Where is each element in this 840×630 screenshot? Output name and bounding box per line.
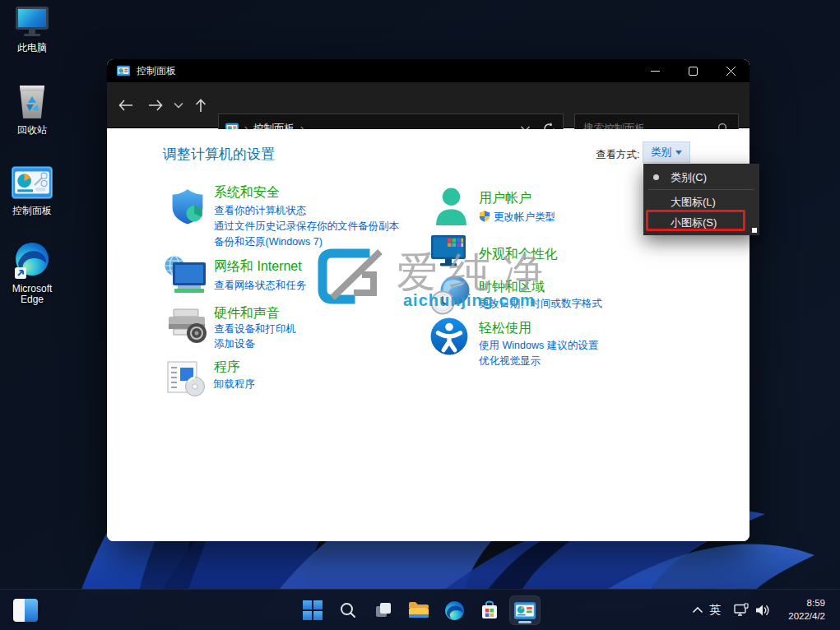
- view-by-label: 查看方式:: [596, 148, 639, 162]
- category-hardware-sound[interactable]: 硬件和声音: [214, 305, 280, 322]
- edge-icon: [444, 600, 465, 621]
- menu-item-category[interactable]: 类别(C): [643, 167, 759, 188]
- link-uninstall-program[interactable]: 卸载程序: [214, 378, 255, 391]
- recent-pages-chevron-icon[interactable]: [173, 101, 184, 109]
- widgets-icon: [13, 599, 25, 622]
- desktop-icon-label: Microsoft Edge: [2, 284, 63, 305]
- uac-shield-icon: [479, 210, 490, 225]
- view-by-value: 类别: [651, 146, 671, 160]
- desktop-icon-recycle-bin[interactable]: 回收站: [2, 86, 63, 136]
- system-security-icon[interactable]: [168, 187, 207, 229]
- link-suggested-settings[interactable]: 使用 Windows 建议的设置: [479, 339, 598, 353]
- desktop-icon-label: 回收站: [2, 125, 63, 136]
- user-accounts-icon[interactable]: [433, 187, 470, 230]
- view-by-dropdown[interactable]: 类别: [643, 141, 690, 163]
- chevron-down-icon: [675, 151, 682, 155]
- menu-separator: [648, 189, 754, 190]
- back-icon[interactable]: [117, 97, 135, 113]
- category-system-security[interactable]: 系统和安全: [214, 184, 280, 202]
- microsoft-store-icon: [480, 600, 499, 620]
- view-by-menu: 类别(C) 大图标(L) 小图标(S): [643, 164, 759, 235]
- navigation-toolbar: › 控制面板 ›: [107, 82, 750, 128]
- page-heading: 调整计算机的设置: [163, 145, 275, 164]
- menu-resize-artifact: [752, 228, 757, 233]
- up-icon[interactable]: [193, 97, 209, 113]
- link-change-account-type[interactable]: 更改帐户类型: [494, 211, 555, 225]
- category-appearance[interactable]: 外观和个性化: [479, 246, 558, 263]
- control-panel-taskbar-button[interactable]: [509, 595, 541, 625]
- active-app-indicator: [518, 621, 531, 623]
- category-clock-region[interactable]: 时钟和区域: [479, 279, 545, 296]
- file-explorer-icon: [408, 600, 429, 620]
- ease-of-access-icon[interactable]: [429, 317, 469, 359]
- clock-region-icon[interactable]: [429, 274, 471, 319]
- window-title: 控制面板: [137, 64, 176, 78]
- close-button[interactable]: [712, 59, 750, 82]
- forward-icon[interactable]: [146, 97, 165, 113]
- maximize-button[interactable]: [674, 59, 712, 82]
- link-computer-status[interactable]: 查看你的计算机状态: [214, 204, 307, 218]
- selected-radio-dot-icon: [653, 174, 659, 180]
- category-programs[interactable]: 程序: [214, 359, 240, 376]
- taskbar-clock[interactable]: 8:59 2022/4/2: [788, 596, 825, 623]
- link-network-status[interactable]: 查看网络状态和任务: [214, 279, 307, 293]
- annotation-highlight-box: [646, 210, 745, 231]
- link-file-history-backup[interactable]: 通过文件历史记录保存你的文件备份副本: [214, 220, 399, 234]
- taskbar: 英 8:59 2022/4/2: [0, 589, 840, 630]
- file-explorer-button[interactable]: [404, 595, 434, 625]
- desktop-icon-this-pc[interactable]: 此电脑: [2, 7, 63, 53]
- link-add-device[interactable]: 添加设备: [214, 337, 255, 351]
- link-optimize-visual-display[interactable]: 优化视觉显示: [479, 354, 541, 368]
- control-panel-window: 控制面板: [107, 59, 750, 541]
- link-devices-printers[interactable]: 查看设备和打印机: [214, 322, 296, 336]
- this-pc-icon: [16, 7, 49, 36]
- control-panel-icon: [514, 602, 536, 619]
- task-view-icon: [374, 600, 393, 620]
- recycle-bin-icon: [18, 86, 46, 118]
- window-control-panel-icon: [117, 65, 130, 76]
- programs-icon[interactable]: [166, 360, 206, 401]
- hardware-sound-icon[interactable]: [166, 308, 208, 349]
- network-icon[interactable]: [733, 603, 750, 618]
- category-ease-of-access[interactable]: 轻松使用: [479, 320, 531, 337]
- search-icon: [339, 601, 357, 619]
- edge-taskbar-button[interactable]: [439, 595, 469, 625]
- edge-icon: [13, 242, 51, 280]
- network-internet-icon[interactable]: [163, 255, 208, 299]
- tray-chevron-up-icon[interactable]: [691, 605, 704, 614]
- desktop-icon-edge[interactable]: Microsoft Edge: [2, 242, 63, 305]
- widgets-button[interactable]: [13, 599, 38, 622]
- task-view-button[interactable]: [369, 595, 398, 625]
- store-button[interactable]: [475, 595, 504, 625]
- minimize-button[interactable]: [636, 59, 674, 82]
- link-backup-restore-win7[interactable]: 备份和还原(Windows 7): [214, 235, 323, 249]
- category-network-internet[interactable]: 网络和 Internet: [214, 258, 302, 276]
- language-indicator[interactable]: 英: [709, 603, 721, 618]
- link-change-date-time-format[interactable]: 更改日期、时间或数字格式: [479, 297, 602, 311]
- category-user-accounts[interactable]: 用户帐户: [479, 190, 531, 207]
- windows-start-icon: [303, 600, 323, 620]
- desktop-icon-label: 此电脑: [2, 43, 63, 53]
- desktop-icon-control-panel[interactable]: 控制面板: [2, 166, 63, 216]
- control-panel-icon: [12, 166, 53, 202]
- window-titlebar: 控制面板: [107, 59, 750, 82]
- clock-time: 8:59: [788, 596, 825, 609]
- clock-date: 2022/4/2: [788, 609, 825, 623]
- start-button[interactable]: [298, 595, 327, 625]
- taskbar-search-button[interactable]: [333, 595, 363, 625]
- desktop-icon-label: 控制面板: [2, 206, 63, 216]
- appearance-personalization-icon[interactable]: [429, 234, 470, 272]
- volume-icon[interactable]: [754, 603, 771, 618]
